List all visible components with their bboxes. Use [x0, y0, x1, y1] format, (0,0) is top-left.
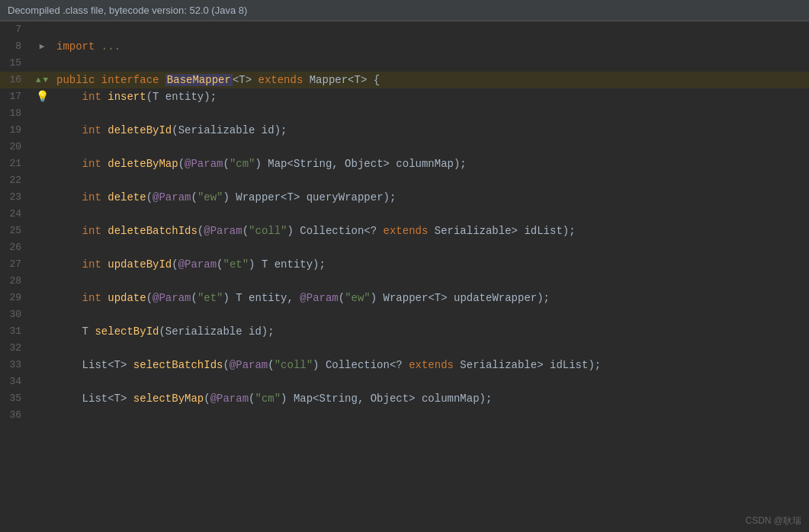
- line-number: 24: [0, 206, 30, 223]
- watermark: CSDN @耿瑞: [745, 514, 801, 527]
- line-content: List<T> selectBatchIds(@Param("coll") Co…: [53, 357, 809, 373]
- line-content: int delete(@Param("ew") Wrapper<T> query…: [53, 189, 809, 206]
- line-number: 29: [0, 290, 30, 306]
- line-number: 7: [0, 21, 30, 38]
- code-line: 34: [0, 373, 809, 390]
- line-number: 18: [0, 105, 30, 122]
- code-line: 23 int delete(@Param("ew") Wrapper<T> qu…: [0, 189, 809, 206]
- line-number: 34: [0, 373, 30, 390]
- line-number: 36: [0, 407, 30, 424]
- line-number: 20: [0, 139, 30, 155]
- code-line: 29 int update(@Param("et") T entity, @Pa…: [0, 290, 809, 306]
- line-gutter: ▲ ▼: [30, 72, 53, 88]
- code-line: 24: [0, 206, 809, 223]
- code-line: 20: [0, 139, 809, 155]
- line-content: public interface BaseMapper<T> extends M…: [53, 72, 809, 88]
- line-number: 26: [0, 239, 30, 256]
- line-gutter: 💡: [30, 88, 53, 105]
- line-number: 27: [0, 256, 30, 273]
- code-line: 21 int deleteByMap(@Param("cm") Map<Stri…: [0, 155, 809, 172]
- code-area: 7 8 ▶ import ... 15 16 ▲ ▼ public interf…: [0, 21, 809, 532]
- header-text: Decompiled .class file, bytecode version…: [8, 5, 247, 16]
- line-number: 35: [0, 390, 30, 407]
- code-line: 32: [0, 340, 809, 357]
- code-line: 30: [0, 306, 809, 323]
- line-number: 23: [0, 189, 30, 206]
- code-line: 36: [0, 407, 809, 424]
- code-line: 15: [0, 55, 809, 72]
- code-line: 7: [0, 21, 809, 38]
- line-content: int deleteBatchIds(@Param("coll") Collec…: [53, 223, 809, 239]
- line-number: 33: [0, 357, 30, 373]
- code-line: 35 List<T> selectByMap(@Param("cm") Map<…: [0, 390, 809, 407]
- code-line: 26: [0, 239, 809, 256]
- line-number: 8: [0, 38, 30, 55]
- fold-icon[interactable]: ▶: [40, 38, 45, 55]
- line-number: 19: [0, 122, 30, 139]
- code-line: 18: [0, 105, 809, 122]
- line-number: 28: [0, 273, 30, 290]
- line-content: List<T> selectByMap(@Param("cm") Map<Str…: [53, 390, 809, 407]
- implement-icon: ▲: [36, 72, 41, 88]
- line-content: int updateById(@Param("et") T entity);: [53, 256, 809, 273]
- line-gutter: ▶: [30, 38, 53, 55]
- line-number: 30: [0, 306, 30, 323]
- code-line: 27 int updateById(@Param("et") T entity)…: [0, 256, 809, 273]
- code-line: 28: [0, 273, 809, 290]
- code-line: 22: [0, 172, 809, 189]
- line-number: 16: [0, 72, 30, 88]
- line-content: int deleteByMap(@Param("cm") Map<String,…: [53, 155, 809, 172]
- line-content: int deleteById(Serializable id);: [53, 122, 809, 139]
- line-content: int insert(T entity);: [53, 88, 809, 105]
- line-number: 25: [0, 223, 30, 239]
- line-content: int update(@Param("et") T entity, @Param…: [53, 290, 809, 306]
- header-bar: Decompiled .class file, bytecode version…: [0, 0, 809, 21]
- line-content: T selectById(Serializable id);: [53, 323, 809, 340]
- line-number: 15: [0, 55, 30, 72]
- line-number: 21: [0, 155, 30, 172]
- code-line: 19 int deleteById(Serializable id);: [0, 122, 809, 139]
- line-number: 17: [0, 88, 30, 105]
- line-number: 32: [0, 340, 30, 357]
- code-line-highlighted: 16 ▲ ▼ public interface BaseMapper<T> ex…: [0, 72, 809, 88]
- line-number: 31: [0, 323, 30, 340]
- code-line: 33 List<T> selectBatchIds(@Param("coll")…: [0, 357, 809, 373]
- code-line: 25 int deleteBatchIds(@Param("coll") Col…: [0, 223, 809, 239]
- override-icon: ▼: [43, 72, 49, 88]
- line-number: 22: [0, 172, 30, 189]
- code-line: 8 ▶ import ...: [0, 38, 809, 55]
- line-content: import ...: [53, 38, 809, 55]
- code-line: 17 💡 int insert(T entity);: [0, 88, 809, 105]
- bulb-icon: 💡: [36, 88, 49, 105]
- code-line: 31 T selectById(Serializable id);: [0, 323, 809, 340]
